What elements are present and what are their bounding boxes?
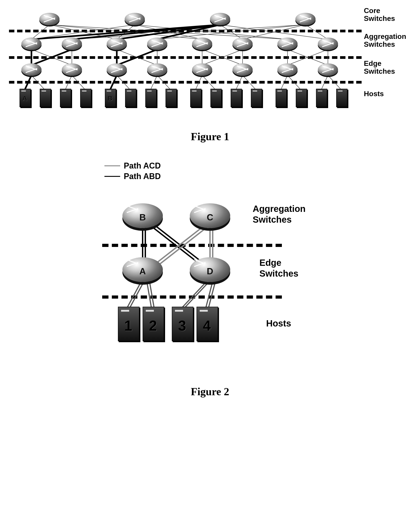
- fig2-separator-edge-hosts: [102, 295, 282, 299]
- edge-switch-3: [147, 63, 167, 76]
- core-switch-2: [210, 13, 230, 25]
- figure-2: Path ACD Path ABD Aggregation Switches E…: [9, 170, 411, 398]
- figure-2-legend: Path ACD Path ABD: [104, 161, 161, 182]
- router-B: B: [122, 203, 163, 228]
- host-15: [336, 89, 347, 106]
- separator-edge-hosts: [9, 81, 362, 84]
- host-4: B: [105, 89, 115, 106]
- label-core-switches: Core Switches: [364, 7, 395, 22]
- host-6: [145, 89, 156, 106]
- fig2-label-edge: Edge Switches: [260, 257, 298, 279]
- label-hosts: Hosts: [364, 90, 384, 98]
- legend-swatch-black: [104, 176, 120, 177]
- fig2-host-1: 1: [118, 307, 139, 340]
- core-switch-3: [295, 13, 316, 25]
- figure-1-diagram: Core Switches Aggregation Switches Edge …: [9, 9, 411, 117]
- router-D: D: [190, 257, 230, 282]
- router-A: A: [122, 257, 163, 282]
- figure-1-caption: Figure 1: [9, 130, 411, 143]
- legend-swatch-grey: [104, 165, 120, 166]
- legend-row-acd: Path ACD: [104, 161, 161, 171]
- agg-switch-3: [147, 38, 167, 50]
- edge-switch-0: [21, 63, 41, 76]
- figure-2-diagram: Path ACD Path ABD Aggregation Switches E…: [75, 170, 345, 372]
- agg-switch-0: [21, 38, 41, 50]
- edge-switch-5: [232, 63, 253, 76]
- legend-label-abd: Path ABD: [124, 171, 161, 182]
- fig2-host-4: 4: [197, 307, 217, 340]
- edge-switch-6: [277, 63, 298, 76]
- agg-switch-4: [192, 38, 212, 50]
- label-aggregation-switches: Aggregation Switches: [364, 33, 406, 48]
- host-14: [316, 89, 326, 106]
- agg-switch-7: [318, 38, 338, 50]
- label-edge-switches: Edge Switches: [364, 60, 395, 75]
- agg-switch-5: [232, 38, 253, 50]
- agg-switch-1: [62, 38, 82, 50]
- fig2-host-2: 2: [143, 307, 163, 340]
- legend-label-acd: Path ACD: [124, 161, 161, 171]
- host-10: [231, 89, 241, 106]
- agg-switch-2: [107, 38, 127, 50]
- host-13: [296, 89, 306, 106]
- fig2-separator-agg-edge: [102, 244, 282, 247]
- core-switch-0: [39, 13, 60, 25]
- fig2-label-hosts: Hosts: [266, 318, 291, 329]
- edge-switch-7: [318, 63, 338, 76]
- router-B-label: B: [122, 212, 163, 223]
- host-11: [251, 89, 261, 106]
- host-8: [190, 89, 200, 106]
- edge-switch-4: [192, 63, 212, 76]
- legend-row-abd: Path ABD: [104, 171, 161, 182]
- separator-core-agg: [9, 30, 362, 32]
- fig2-host-3: 3: [172, 307, 192, 340]
- host-12: [276, 89, 286, 106]
- host-7: [166, 89, 176, 106]
- figure-2-caption: Figure 2: [9, 385, 411, 398]
- router-D-label: D: [190, 266, 230, 276]
- edge-switch-2: [107, 63, 127, 76]
- edge-switch-1: [62, 63, 82, 76]
- figure-1: Core Switches Aggregation Switches Edge …: [9, 9, 411, 143]
- host-0: A: [20, 89, 30, 106]
- host-3: [80, 89, 90, 106]
- agg-switch-6: [277, 38, 298, 50]
- host-9: [210, 89, 221, 106]
- router-A-label: A: [122, 266, 163, 276]
- separator-agg-edge: [9, 56, 362, 59]
- host-1: [40, 89, 50, 106]
- router-C-label: C: [190, 212, 230, 223]
- router-C: C: [190, 203, 230, 228]
- fig2-label-aggregation: Aggregation Switches: [253, 203, 306, 225]
- host-2: [60, 89, 70, 106]
- host-5: [125, 89, 135, 106]
- core-switch-1: [125, 13, 145, 25]
